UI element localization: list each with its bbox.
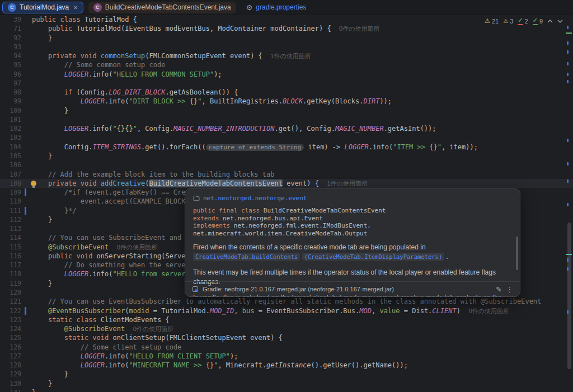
chevron-down-icon[interactable] [557,19,563,23]
package-row[interactable]: net.neoforged.neoforge.event [193,195,512,202]
code-token: .info( [105,352,129,360]
code-token: event) { [283,180,327,187]
inline-code-link[interactable]: (CreativeModeTab.ItemDisplayParameters) [302,253,445,261]
code-token: .info( [105,361,129,369]
code-line[interactable]: 122 @EventBusSubscriber(modid = Tutorial… [0,306,573,315]
code-line[interactable]: 130 } [0,379,573,388]
code-line[interactable]: 129 } [0,370,573,379]
code-token: .info( [88,125,112,133]
code-line[interactable]: 105 } [0,152,573,160]
popup-paragraph: Fired when the contents of a specific cr… [193,243,512,262]
code-token: } [32,280,52,287]
typo-count[interactable]: ✓ 2 [518,17,528,25]
code-token: , [234,307,242,315]
line-number: 126 [0,343,21,352]
weak-warnings-count[interactable]: ⚠ 3 [503,18,513,25]
code-token: public [48,25,77,32]
scrollbar-thumb[interactable] [567,223,571,369]
chevron-up-icon[interactable] [547,19,553,23]
ok-count[interactable]: ✓ 9 [533,17,543,25]
code-line[interactable]: 127 LOGGER.info("HELLO FROM CLIENT SETUP… [0,352,573,361]
code-token: }*/ [64,207,77,215]
code-line[interactable]: 101 [0,115,573,124]
code-line[interactable]: 124 @SubscribeEvent 0件の使用箇所 [0,324,573,333]
more-options-icon[interactable]: ⋮ [506,285,513,294]
check-icon: ✓ [518,17,523,25]
code-token: LOGGER [64,125,88,133]
code-line[interactable]: 92 } [0,34,573,42]
code-token: // Some common setup code [64,61,166,69]
analysis-marker [566,254,572,255]
code-token: } [32,34,52,42]
code-token: 1件の使用箇所 [270,53,311,59]
line-number: 104 [0,143,21,152]
code-line[interactable]: 103 [0,133,573,142]
code-token: getInstance [266,361,311,369]
library-source-label: Gradle: neoforge-21.0.167-merged.jar (ne… [203,286,394,292]
code-line[interactable]: 125 static void onClientSetup(FMLClientS… [0,333,573,342]
code-line[interactable]: 98 if (Config.LOG_DIRT_BLOCK.getAsBoolea… [0,88,573,97]
tab-tutorialmod-java[interactable]: C TutorialMod.java × [2,2,83,13]
code-token [125,325,133,333]
tab-buildcreativemodetabcontentsevent-java[interactable]: C BuildCreativeModeTabContentsEvent.java [88,2,236,13]
code-token: {} [429,143,437,151]
code-token: value [379,307,400,315]
code-line[interactable]: 102 LOGGER.info("{}{}", Config.MAGIC_NUM… [0,124,573,133]
line-number: 93 [0,42,21,51]
editor-scrollbar[interactable] [565,15,573,392]
code-line[interactable]: 131} [0,388,573,392]
code-token: "ITEM >> [393,143,429,151]
code-token [32,197,81,205]
line-number: 119 [0,279,21,288]
code-token: .info( [105,97,129,105]
code-token [32,61,64,69]
code-line[interactable]: 71 public TutorialMod(IEventBus modEvent… [0,24,573,33]
popup-scrollbar-thumb[interactable] [516,237,518,270]
code-token [32,25,48,32]
code-token: " [133,125,137,133]
edit-source-icon[interactable]: ✎ [496,285,502,294]
analysis-marker [566,32,572,34]
change-marker [567,180,569,183]
inline-code-link[interactable]: CreativeModeTab.buildContents [193,253,300,261]
line-number: 117 [0,261,21,270]
package-name-link[interactable]: net.neoforged.neoforge.event [203,195,307,202]
code-line[interactable]: 104 Config.ITEM_STRINGS.get().forEach((c… [0,143,573,152]
code-line[interactable]: 99 LOGGER.info("DIRT BLOCK >> {}", Built… [0,97,573,106]
tab-gradle-properties[interactable]: ⚙ gradle.properties [241,2,312,13]
code-line[interactable]: 96 LOGGER.info("HELLO FROM COMMON SETUP"… [0,70,573,79]
line-number: 107 [0,170,21,179]
code-token: , Minecraft. [218,361,266,369]
code-line[interactable]: 97 [0,79,573,88]
code-line[interactable]: 108 private void addCreative(BuildCreati… [0,179,573,188]
code-line[interactable]: 107 // Add the example block item to the… [0,170,573,179]
code-token: TutorialMod { [84,16,137,23]
code-token: .info( [369,143,393,151]
code-token: if [64,88,77,96]
code-line[interactable]: 93 [0,42,573,51]
code-token: "HELLO FROM CLIENT SETUP" [129,352,230,360]
close-icon[interactable]: × [73,3,78,12]
documentation-popup[interactable]: net.neoforged.neoforge.event public fina… [185,188,520,297]
line-number: 127 [0,352,21,361]
code-token [32,334,64,342]
code-token: )); [379,97,392,105]
line-number: 103 [0,133,21,142]
code-line[interactable]: 95 // Some common setup code [0,60,573,69]
code-line[interactable]: 106 [0,160,573,169]
code-line[interactable]: 100 } [0,106,573,115]
code-token: , item)); [442,143,478,151]
code-line[interactable]: 126 // Some client setup code [0,343,573,352]
code-line[interactable]: 123 static class ClientModEvents { [0,315,573,324]
line-number: 113 [0,224,21,233]
code-line[interactable]: 121 // You can use EventBusSubscriber to… [0,297,573,306]
line-number: 116 [0,252,21,261]
intention-bulb-icon[interactable] [31,181,36,186]
inspections-widget[interactable]: ⚠ 21 ⚠ 3 ✓ 2 ✓ 9 [485,17,563,25]
code-line[interactable]: 94 private void commonSetup(FMLCommonSet… [0,51,573,60]
line-number: 114 [0,233,21,242]
code-line[interactable]: 128 LOGGER.info("MINECRAFT NAME >> {}", … [0,361,573,370]
warnings-count[interactable]: ⚠ 21 [485,17,499,25]
code-token: ITEM_STRINGS [92,143,141,151]
code-token: commonSetup [101,52,145,60]
